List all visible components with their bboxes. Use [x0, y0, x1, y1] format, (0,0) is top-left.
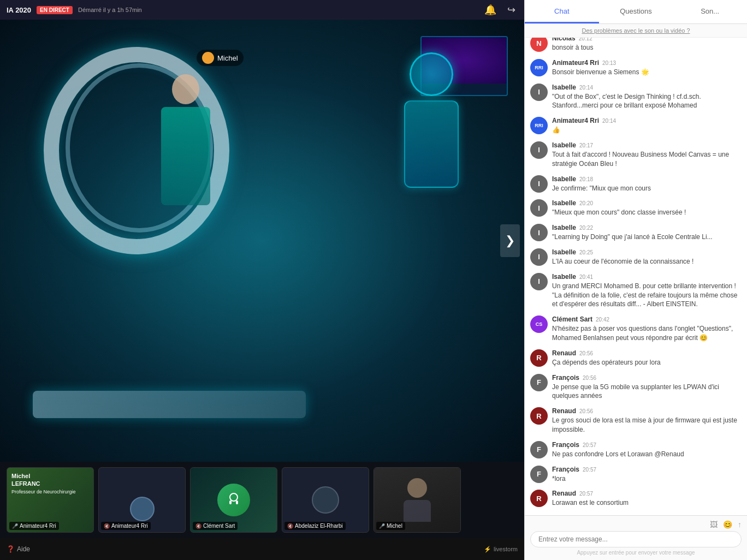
exit-button[interactable]: ↪ [505, 2, 518, 18]
chat-content: François 20:56 Je pense que la 5G mobile… [552, 374, 742, 401]
participants-strip: Michel LEFRANC Professeur de Neurochirur… [0, 462, 524, 538]
chat-header: Isabelle 20:25 [552, 248, 742, 256]
chat-input[interactable] [530, 531, 742, 547]
chat-time: 20:56 [579, 350, 593, 356]
presenter-avatar [202, 52, 214, 64]
chat-message: I Isabelle 20:14 "Out of the Box", c'est… [525, 80, 747, 114]
aide-button[interactable]: ❓ Aide [7, 545, 30, 553]
chat-message: F François 20:57 Ne pas confondre Lors e… [525, 438, 747, 462]
chat-content: Animateur4 Rri 20:14 👍 [552, 117, 742, 135]
participant-thumb-clement[interactable]: 🔇 Clément Sart [190, 467, 277, 533]
filter-icon: ⚡ [484, 546, 491, 553]
chat-username: François [552, 466, 579, 473]
chat-message: R Renaud 20:56 Le gros souci de lora est… [525, 404, 747, 438]
notification-button[interactable]: 🔔 [482, 2, 499, 18]
chat-avatar: R [530, 349, 548, 367]
nav-arrow-right[interactable]: ❯ [500, 224, 520, 257]
chat-message: N Nicolas 20:12 bonsoir à tous [525, 38, 747, 56]
chat-avatar: I [530, 84, 548, 101]
chat-message: R Renaud 20:56 Ça dépends des opérateurs… [525, 346, 747, 371]
chat-username: Isabelle [552, 84, 576, 91]
chat-avatar: CS [530, 315, 548, 333]
started-text: Démarré il y a 1h 57min [78, 7, 142, 13]
aide-icon: ❓ [7, 545, 15, 553]
chat-text: L'IA au coeur de l'économie de la connai… [552, 257, 742, 266]
send-icon[interactable]: ↑ [738, 520, 742, 529]
chat-avatar: I [530, 273, 548, 290]
chat-text: 👍 [552, 126, 742, 135]
chat-helper-text[interactable]: Des problèmes avec le son ou la vidéo ? [525, 24, 747, 38]
chat-avatar: RRI [530, 59, 548, 76]
image-icon[interactable]: 🖼 [710, 520, 718, 529]
chat-time: 20:25 [579, 249, 593, 255]
patient-table [33, 391, 306, 418]
chat-text: Un grand MERCI Mohamed B. pour cette bri… [552, 282, 742, 309]
participant-name-animateur: Animateur4 Rri [111, 523, 148, 529]
chat-message: I Isabelle 20:17 Tout à fait d'accord ! … [525, 138, 747, 172]
chat-username: Isabelle [552, 175, 576, 183]
chat-content: Isabelle 20:14 "Out of the Box", c'est l… [552, 84, 742, 111]
participant-label-michel-video: 🎤 Michel [376, 522, 405, 530]
chat-username: François [552, 441, 579, 449]
chat-username: Renaud [552, 407, 576, 415]
emoji-icon[interactable]: 😊 [723, 520, 732, 529]
chat-header: Renaud 20:56 [552, 349, 742, 357]
tab-sondages[interactable]: Son... [673, 0, 747, 23]
livestorm-label: livestorm [494, 546, 518, 552]
human-body [161, 107, 210, 205]
chat-tabs: Chat Questions Son... [525, 0, 747, 24]
chat-avatar: RRI [530, 117, 548, 134]
michel-title: Professeur de Neurochirurgie [11, 489, 76, 496]
michel-surname: LEFRANC [11, 480, 76, 487]
mic-icon-clement: 🔇 [195, 523, 201, 529]
presenter-name: Michel [217, 54, 238, 62]
chat-content: Isabelle 20:20 "Mieux que mon cours" don… [552, 199, 742, 217]
presenter-label: Michel [197, 50, 244, 66]
chat-time: 20:56 [579, 408, 593, 414]
chat-messages: N Nicolas 20:12 bonsoir à tous RRI Anima… [525, 38, 747, 515]
chat-header: Renaud 20:57 [552, 490, 742, 497]
top-bar: IA 2020 EN DIRECT Démarré il y a 1h 57mi… [0, 0, 524, 20]
participant-name-michel-video: Michel [387, 523, 402, 529]
svg-rect-1 [229, 501, 232, 504]
mic-icon-animateur: 🔇 [104, 523, 110, 529]
chat-content: François 20:57 *lora [552, 466, 742, 484]
tab-questions[interactable]: Questions [599, 0, 673, 23]
chat-content: Renaud 20:56 Ça dépends des opérateurs p… [552, 349, 742, 367]
human-head [172, 74, 199, 104]
chat-username: Renaud [552, 349, 576, 357]
participant-thumb-animateur[interactable]: 🔇 Animateur4 Rri [98, 467, 186, 533]
chat-username: Isabelle [552, 273, 576, 281]
chat-time: 20:57 [583, 442, 596, 448]
chat-username: Nicolas [552, 38, 576, 42]
chat-message: I Isabelle 20:41 Un grand MERCI Mohamed … [525, 270, 747, 312]
chat-message: RRI Animateur4 Rri 20:13 Bonsoir bienven… [525, 56, 747, 80]
chat-text: "Out of the Box", c'est le Design Thinki… [552, 92, 742, 111]
chat-time: 20:57 [583, 467, 596, 473]
chat-username: Isabelle [552, 141, 576, 149]
chat-avatar: I [530, 199, 548, 217]
participant-thumb-abdelaziz[interactable]: 🔇 Abdelaziz El-Rharbi [282, 467, 369, 533]
chat-header: Isabelle 20:17 [552, 141, 742, 149]
chat-username: Renaud [552, 490, 576, 497]
tab-chat[interactable]: Chat [525, 0, 599, 23]
chat-message: F François 20:57 *lora [525, 462, 747, 487]
chat-message: F François 20:56 Je pense que la 5G mobi… [525, 371, 747, 404]
chat-content: Isabelle 20:18 Je confirme: "Miux que mo… [552, 175, 742, 193]
main-video: Michel ❯ [0, 20, 524, 462]
chat-username: Isabelle [552, 224, 576, 231]
chat-avatar: R [530, 407, 548, 425]
chat-time: 20:14 [602, 118, 616, 124]
chat-time: 20:17 [579, 142, 593, 148]
chat-time: 20:57 [579, 491, 593, 497]
chat-panel: Chat Questions Son... Des problèmes avec… [524, 0, 747, 560]
chat-avatar: F [530, 441, 548, 458]
chat-header: Animateur4 Rri 20:14 [552, 117, 742, 124]
chat-message: I Isabelle 20:18 Je confirme: "Miux que … [525, 172, 747, 196]
participant-thumb-michel-video[interactable]: 🎤 Michel [374, 467, 461, 533]
chat-text: N'hésitez pas à poser vos questions dans… [552, 324, 742, 343]
chat-header: Nicolas 20:12 [552, 38, 742, 42]
participant-thumb-michel-lefranc[interactable]: Michel LEFRANC Professeur de Neurochirur… [7, 467, 94, 533]
bottom-bar: ❓ Aide ⚡ livestorm [0, 538, 524, 560]
chat-time: 20:13 [602, 60, 616, 66]
